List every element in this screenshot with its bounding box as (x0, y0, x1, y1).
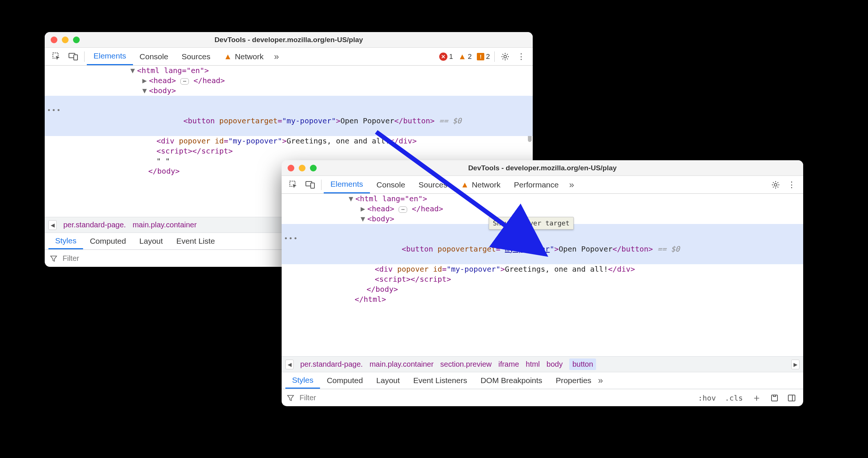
more-tabs-chevron-icon[interactable]: » (566, 176, 578, 193)
body-open[interactable]: <body> (367, 214, 394, 223)
inspect-element-icon[interactable] (48, 48, 65, 65)
html-open[interactable]: <html lang="en"> (355, 194, 427, 203)
computed-styles-icon[interactable] (768, 394, 781, 402)
hov-toggle[interactable]: :hov (696, 394, 718, 402)
crumb-item[interactable]: per.standard-page. (300, 360, 363, 369)
warning-icon: ▲ (461, 180, 469, 190)
crumb-item[interactable]: main.play.container (133, 221, 197, 229)
crumb-item[interactable]: html (526, 360, 540, 369)
html-open[interactable]: <html lang="en"> (137, 66, 209, 75)
minimize-icon[interactable] (62, 37, 69, 43)
button-text: Open Popover (340, 116, 395, 125)
more-tabs-chevron-icon[interactable]: » (270, 48, 282, 65)
tab-network[interactable]: ▲ Network (454, 176, 507, 193)
tab-elements[interactable]: Elements (324, 176, 370, 193)
titlebar: DevTools - developer.mozilla.org/en-US/p… (45, 32, 533, 48)
tab-performance[interactable]: Performance (507, 176, 565, 193)
tab-sources[interactable]: Sources (175, 48, 217, 65)
div-node[interactable]: <div popover id="my-popover">Greetings, … (282, 264, 803, 274)
breadcrumb[interactable]: ◀ per.standard-page. main.play.container… (282, 356, 803, 372)
crumb-item[interactable]: main.play.container (370, 360, 434, 369)
panel-tabs: Elements Console Sources ▲ Network (87, 48, 270, 65)
tab-network[interactable]: ▲ Network (217, 48, 270, 65)
window-title: DevTools - developer.mozilla.org/en-US/p… (282, 164, 803, 172)
filter-input[interactable] (299, 393, 691, 402)
head-open[interactable]: <head> (367, 204, 394, 213)
tab-console[interactable]: Console (133, 48, 175, 65)
window-title: DevTools - developer.mozilla.org/en-US/p… (45, 36, 533, 44)
script-node[interactable]: <script></script> (45, 146, 533, 156)
kebab-menu-icon[interactable]: ⋮ (784, 176, 799, 193)
collapsed-ellipsis-icon[interactable]: ⋯ (399, 206, 407, 213)
issue-counters[interactable]: ✕1 ▲2 !2 (439, 52, 490, 61)
kebab-menu-icon[interactable]: ⋮ (513, 48, 529, 65)
tab-sources[interactable]: Sources (412, 176, 454, 193)
subtab-layout[interactable]: Layout (370, 372, 406, 389)
subtab-properties[interactable]: Properties (549, 372, 598, 389)
subtab-computed[interactable]: Computed (320, 372, 370, 389)
cls-toggle[interactable]: .cls (723, 394, 745, 402)
tab-network-label: Network (472, 180, 500, 189)
zoom-icon[interactable] (73, 37, 80, 43)
crumb-item[interactable]: section.preview (440, 360, 492, 369)
svg-rect-6 (311, 183, 314, 188)
head-close: </head> (412, 204, 443, 213)
crumb-left-arrow-icon[interactable]: ◀ (285, 360, 294, 369)
head-open[interactable]: <head> (149, 76, 176, 85)
collapsed-ellipsis-icon[interactable]: ⋯ (180, 78, 189, 85)
subtab-computed[interactable]: Computed (83, 233, 133, 249)
selected-node-button[interactable]: ••• <button popovertarget="my-popover">O… (45, 96, 533, 136)
subtab-event-listeners[interactable]: Event Listeners (406, 372, 474, 389)
error-count[interactable]: ✕1 (439, 53, 453, 61)
device-toggle-icon[interactable] (65, 48, 82, 65)
error-icon: ✕ (439, 53, 447, 61)
subtab-styles[interactable]: Styles (48, 233, 83, 249)
svg-rect-2 (74, 55, 77, 60)
subtab-dom-breakpoints[interactable]: DOM Breakpoints (474, 372, 549, 389)
crumb-right-arrow-icon[interactable]: ▶ (791, 360, 799, 369)
body-close[interactable]: </body> (282, 284, 803, 294)
more-subtabs-chevron-icon[interactable]: » (598, 375, 603, 386)
tab-console[interactable]: Console (370, 176, 412, 193)
warning-count[interactable]: ▲2 (458, 52, 472, 61)
settings-gear-icon[interactable] (497, 48, 513, 65)
svg-point-7 (774, 183, 777, 186)
divider (494, 51, 495, 62)
device-toggle-icon[interactable] (302, 176, 319, 193)
filter-funnel-icon (287, 394, 294, 402)
close-icon[interactable] (288, 165, 294, 171)
crumb-item[interactable]: iframe (498, 360, 519, 369)
dom-tree[interactable]: ▼<html lang="en"> ▶<head> ⋯ </head> ▼<bo… (282, 194, 803, 356)
selected-node-button[interactable]: ••• <button popovertarget="my-popover">O… (282, 224, 803, 264)
zoom-icon[interactable] (310, 165, 317, 171)
minimize-icon[interactable] (299, 165, 305, 171)
titlebar: DevTools - developer.mozilla.org/en-US/p… (282, 160, 803, 176)
issues-count[interactable]: !2 (477, 53, 490, 61)
panel-tabs: Elements Console Sources ▲ Network Perfo… (324, 176, 566, 193)
subtab-event-listeners[interactable]: Event Liste (170, 233, 222, 249)
inspect-element-icon[interactable] (285, 176, 302, 193)
close-icon[interactable] (51, 37, 57, 43)
crumb-item-selected[interactable]: button (569, 358, 596, 370)
crumb-item[interactable]: body (547, 360, 563, 369)
filter-funnel-icon (50, 255, 57, 262)
body-open[interactable]: <body> (149, 86, 176, 95)
new-style-rule-icon[interactable]: ＋ (750, 391, 764, 404)
devtools-window-2: DevTools - developer.mozilla.org/en-US/p… (282, 160, 803, 406)
head-close: </head> (193, 76, 225, 85)
popovertarget-link[interactable]: my-popover (505, 244, 549, 253)
html-close[interactable]: </html> (282, 294, 803, 304)
tab-elements[interactable]: Elements (87, 48, 133, 65)
crumb-left-arrow-icon[interactable]: ◀ (48, 220, 57, 230)
toggle-sidebar-icon[interactable] (785, 394, 798, 402)
div-node[interactable]: <div popover id="my-popover">Greetings, … (45, 136, 533, 146)
script-node[interactable]: <script></script> (282, 274, 803, 284)
subtab-styles[interactable]: Styles (285, 372, 320, 389)
settings-gear-icon[interactable] (767, 176, 784, 193)
svg-rect-9 (788, 395, 795, 401)
selection-dots-icon: ••• (47, 106, 61, 115)
devtools-toolbar: Elements Console Sources ▲ Network » ✕1 … (45, 48, 533, 66)
subtab-layout[interactable]: Layout (133, 233, 170, 249)
svg-point-3 (504, 55, 507, 58)
crumb-item[interactable]: per.standard-page. (63, 221, 126, 229)
